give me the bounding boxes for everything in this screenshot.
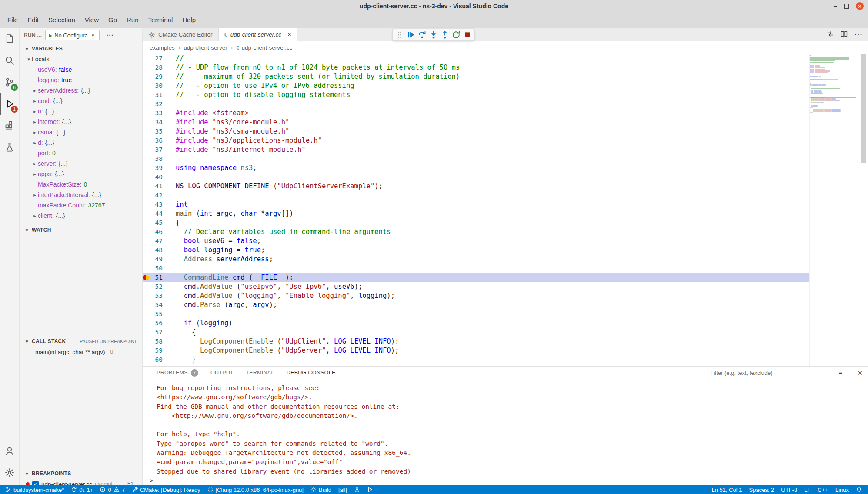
- debug-stop-button[interactable]: [462, 29, 473, 40]
- debug-restart-button[interactable]: [451, 29, 462, 40]
- code-area[interactable]: 27//28// - UDP flow from n0 to n1 of 102…: [143, 54, 809, 366]
- variable-row[interactable]: useV6:false: [20, 64, 142, 75]
- code-line-50[interactable]: 50: [143, 264, 809, 273]
- chevron-right-icon[interactable]: ▸: [32, 119, 38, 125]
- status-left-3[interactable]: CMake: [Debug]: Ready: [128, 485, 204, 494]
- variable-row[interactable]: ▸n:{...}: [20, 106, 142, 117]
- status-right-1[interactable]: Spaces: 2: [746, 485, 778, 494]
- code-line-58[interactable]: 58 LogComponentEnable ("UdpClient", LOG_…: [143, 337, 809, 346]
- variable-row[interactable]: ▸cmd:{...}: [20, 96, 142, 106]
- breadcrumb-item[interactable]: examples: [150, 44, 175, 51]
- menu-selection[interactable]: Selection: [43, 14, 80, 26]
- status-left-8[interactable]: [364, 485, 377, 494]
- chevron-right-icon[interactable]: ▸: [32, 98, 38, 104]
- variable-row[interactable]: logging:true: [20, 75, 142, 85]
- code-line-31[interactable]: 31// - option to disable logging stateme…: [143, 90, 809, 100]
- menu-help[interactable]: Help: [177, 14, 200, 26]
- code-line-27[interactable]: 27//: [143, 54, 809, 63]
- code-line-41[interactable]: 41NS_LOG_COMPONENT_DEFINE ("UdpClientSer…: [143, 182, 809, 191]
- variable-row[interactable]: port:0: [20, 148, 142, 158]
- chevron-right-icon[interactable]: ▸: [32, 109, 38, 114]
- scrollbar-thumb[interactable]: [861, 54, 866, 163]
- code-line-34[interactable]: 34#include "ns3/core-module.h": [143, 118, 809, 127]
- code-line-39[interactable]: 39using namespace ns3;: [143, 164, 809, 173]
- minimap[interactable]: [809, 54, 856, 366]
- tab-udp-client-server-cc[interactable]: Cudp-client-server.cc×: [219, 28, 298, 41]
- status-right-0[interactable]: Ln 51, Col 1: [708, 485, 745, 494]
- panel-tab-debug-console[interactable]: DEBUG CONSOLE: [287, 367, 336, 379]
- variable-row[interactable]: ▸csma:{...}: [20, 127, 142, 137]
- code-line-49[interactable]: 49 Address serverAddress;: [143, 255, 809, 264]
- console-menu-icon[interactable]: ≡: [839, 370, 842, 377]
- code-line-35[interactable]: 35#include "ns3/csma-module.h": [143, 127, 809, 136]
- variable-row[interactable]: MaxPacketSize:0: [20, 179, 142, 190]
- explorer-icon[interactable]: [0, 28, 19, 50]
- status-left-5[interactable]: Build: [307, 485, 335, 494]
- code-line-57[interactable]: 57 {: [143, 328, 809, 337]
- panel-tab-terminal[interactable]: TERMINAL: [246, 367, 274, 379]
- tab-cmake-cache-editor[interactable]: CMake Cache Editor: [143, 28, 219, 41]
- extensions-icon[interactable]: [0, 115, 19, 137]
- variable-row[interactable]: ▸apps:{...}: [20, 169, 142, 179]
- code-line-37[interactable]: 37#include "ns3/internet-module.h": [143, 145, 809, 154]
- maximize-button[interactable]: [844, 4, 849, 9]
- code-line-54[interactable]: 54 cmd.Parse (argc, argv);: [143, 300, 809, 310]
- code-line-38[interactable]: 38: [143, 154, 809, 164]
- debug-config-dropdown[interactable]: ▶ No Configura ▾: [45, 30, 99, 40]
- code-line-59[interactable]: 59 LogComponentEnable ("UdpServer", LOG_…: [143, 346, 809, 355]
- close-window-button[interactable]: ×: [856, 2, 864, 10]
- code-line-45[interactable]: 45{: [143, 218, 809, 227]
- code-line-33[interactable]: 33#include <fstream>: [143, 109, 809, 118]
- status-left-6[interactable]: [all]: [335, 485, 351, 494]
- status-right-4[interactable]: C++: [814, 485, 832, 494]
- status-left-0[interactable]: buildsystem-cmake*: [2, 485, 67, 494]
- status-right-2[interactable]: UTF-8: [778, 485, 801, 494]
- console-prompt[interactable]: >: [150, 476, 868, 485]
- code-line-43[interactable]: 43int: [143, 200, 809, 209]
- chevron-right-icon[interactable]: ▸: [32, 171, 38, 177]
- chevron-right-icon[interactable]: ▸: [32, 140, 38, 146]
- variable-row[interactable]: ▸serverAddress:{...}: [20, 85, 142, 96]
- start-debug-icon[interactable]: ▶: [49, 33, 52, 38]
- code-line-40[interactable]: 40: [143, 173, 809, 182]
- code-line-51[interactable]: 51 CommandLine cmd (__FILE__);: [143, 273, 809, 282]
- code-line-48[interactable]: 48 bool logging = true;: [143, 246, 809, 255]
- manage-icon[interactable]: [0, 462, 19, 484]
- code-line-32[interactable]: 32: [143, 100, 809, 109]
- chevron-right-icon[interactable]: ▸: [32, 130, 38, 135]
- variable-row[interactable]: ▸interPacketInterval:{...}: [20, 190, 142, 200]
- code-line-28[interactable]: 28// - UDP flow from n0 to n1 of 1024 by…: [143, 63, 809, 72]
- debug-continue-button[interactable]: [405, 29, 417, 40]
- code-line-44[interactable]: 44main (int argc, char *argv[]): [143, 209, 809, 218]
- view-more-actions-icon[interactable]: ···: [107, 32, 114, 39]
- call-stack-section-header[interactable]: ▾ CALL STACK PAUSED ON BREAKPOINT: [20, 336, 142, 347]
- menu-run[interactable]: Run: [122, 14, 144, 26]
- variable-row[interactable]: maxPacketCount:32767: [20, 200, 142, 210]
- close-panel-icon[interactable]: ✕: [858, 370, 863, 377]
- debug-step-out-button[interactable]: [439, 29, 451, 40]
- more-actions-icon[interactable]: ···: [855, 31, 863, 39]
- status-left-2[interactable]: 07: [96, 485, 128, 494]
- code-line-30[interactable]: 30// - option to use IPv4 or IPv6 addres…: [143, 81, 809, 90]
- code-line-36[interactable]: 36#include "ns3/applications-module.h": [143, 136, 809, 145]
- testing-icon[interactable]: [0, 137, 19, 158]
- menu-view[interactable]: View: [80, 14, 103, 26]
- menu-terminal[interactable]: Terminal: [144, 14, 178, 26]
- variable-row[interactable]: ▸server:{...}: [20, 158, 142, 169]
- chevron-right-icon[interactable]: ▸: [32, 88, 38, 93]
- panel-tab-output[interactable]: OUTPUT: [210, 367, 234, 379]
- breakpoints-section-header[interactable]: ▾ BREAKPOINTS: [20, 468, 142, 479]
- watch-section-header[interactable]: ▾ WATCH: [20, 225, 142, 235]
- status-right-6[interactable]: [852, 485, 865, 494]
- status-left-1[interactable]: 0↓ 1↑: [67, 485, 96, 494]
- open-changes-icon[interactable]: [827, 30, 834, 39]
- breadcrumb-file[interactable]: C udp-client-server.cc: [236, 44, 292, 51]
- status-left-7[interactable]: [351, 485, 364, 494]
- chevron-right-icon[interactable]: ▸: [32, 213, 38, 219]
- split-editor-icon[interactable]: [841, 30, 848, 39]
- maximize-panel-icon[interactable]: ˆ: [849, 370, 851, 377]
- call-stack-frame[interactable]: main(int argc, char ** argv) u.: [20, 347, 142, 357]
- chevron-right-icon[interactable]: ▸: [32, 161, 38, 167]
- variable-row[interactable]: ▸internet:{...}: [20, 117, 142, 127]
- code-line-55[interactable]: 55: [143, 310, 809, 319]
